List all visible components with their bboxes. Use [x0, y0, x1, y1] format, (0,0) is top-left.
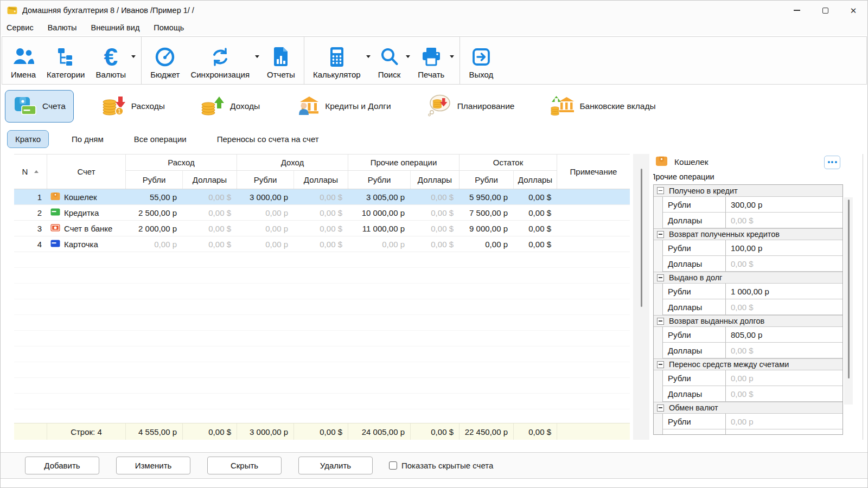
- column-account[interactable]: Счет: [47, 155, 125, 189]
- table-totals-row: Строк: 4 4 555,00 р 0,00 $ 3 000,00 р 0,…: [14, 423, 630, 440]
- column-rub[interactable]: Рубли: [125, 171, 182, 189]
- reports-button[interactable]: Отчеты: [261, 40, 301, 81]
- usd-value[interactable]: 0,00 $: [726, 213, 843, 228]
- maximize-icon: [822, 8, 828, 14]
- usd-value[interactable]: 0,00 $: [726, 256, 843, 272]
- minimize-button[interactable]: [783, 1, 811, 20]
- budget-button[interactable]: Бюджет: [145, 40, 185, 81]
- collapse-icon[interactable]: [657, 274, 664, 281]
- rub-value[interactable]: 0,00 р: [726, 414, 843, 429]
- rub-label: Рубли: [663, 284, 726, 299]
- usd-value[interactable]: 0,00 $: [726, 429, 843, 435]
- group-currency-exchange[interactable]: Обмен валют: [654, 402, 843, 414]
- menu-currencies[interactable]: Валюты: [48, 23, 77, 32]
- usd-value[interactable]: 0,00 $: [726, 386, 843, 402]
- print-dropdown-icon[interactable]: [450, 40, 456, 81]
- exit-button[interactable]: Выход: [463, 40, 499, 81]
- column-group-balance[interactable]: Остаток: [459, 155, 557, 171]
- tab-planning[interactable]: Планирование: [419, 90, 522, 123]
- column-usd[interactable]: Доллары: [293, 171, 348, 189]
- column-usd[interactable]: Доллары: [182, 171, 237, 189]
- column-group-expense[interactable]: Расход: [125, 155, 237, 171]
- viewtab-by-days[interactable]: По дням: [64, 131, 111, 147]
- collapse-icon[interactable]: [657, 187, 664, 194]
- usd-label: Доллары: [663, 343, 726, 358]
- hide-button[interactable]: Скрыть: [207, 457, 282, 474]
- title-bar: Домашняя бухгалтерия 8 / Иванов /Пример …: [1, 1, 867, 20]
- viewtab-transfers[interactable]: Переносы со счета на счет: [209, 131, 327, 147]
- accounts-icon: [13, 94, 37, 118]
- group-transfer-between-accounts[interactable]: Перенос средств между счетами: [654, 358, 843, 370]
- calculator-button[interactable]: Калькулятор: [308, 40, 366, 81]
- panel-scrollbar[interactable]: [844, 197, 853, 404]
- table-row[interactable]: 3 Счет в банке 2 000,00 р 0,00 $ 0,00 р …: [14, 221, 630, 236]
- usd-label: Доллары: [663, 213, 726, 228]
- group-lent-out[interactable]: Выдано в долг: [654, 272, 843, 284]
- viewtab-summary[interactable]: Кратко: [7, 130, 49, 148]
- rub-value[interactable]: 1 000,00 р: [726, 284, 843, 299]
- column-rub[interactable]: Рубли: [459, 171, 513, 189]
- maximize-button[interactable]: [811, 1, 839, 20]
- usd-value[interactable]: 0,00 $: [726, 299, 843, 315]
- column-group-other-operations[interactable]: Прочие операции: [348, 155, 459, 171]
- column-usd[interactable]: Доллары: [410, 171, 459, 189]
- rub-value[interactable]: 300,00 р: [726, 197, 843, 213]
- app-window: { "window": { "title": "Домашняя бухгалт…: [0, 0, 868, 488]
- sync-button[interactable]: Синхронизация: [185, 40, 255, 81]
- rub-value[interactable]: 0,00 р: [726, 370, 843, 386]
- print-button[interactable]: Печать: [412, 40, 450, 81]
- group-debt-returned[interactable]: Возврат выданных долгов: [654, 315, 843, 327]
- column-usd[interactable]: Доллары: [513, 171, 557, 189]
- tab-income[interactable]: Доходы: [193, 91, 267, 122]
- more-options-button[interactable]: [824, 156, 840, 169]
- toolbar-group-exit: Выход: [459, 37, 502, 84]
- column-rub[interactable]: Рубли: [237, 171, 293, 189]
- close-button[interactable]: ✕: [839, 1, 867, 20]
- column-n[interactable]: N: [14, 155, 47, 189]
- collapse-icon[interactable]: [657, 404, 664, 412]
- tab-credits-debts[interactable]: Кредиты и Долги: [288, 91, 398, 122]
- add-button[interactable]: Добавить: [25, 457, 99, 474]
- currencies-dropdown-icon[interactable]: [131, 40, 138, 81]
- planning-icon: [427, 94, 452, 119]
- categories-button[interactable]: Категории: [41, 40, 90, 81]
- column-rub[interactable]: Рубли: [348, 171, 410, 189]
- edit-button[interactable]: Изменить: [116, 457, 190, 474]
- menu-service[interactable]: Сервис: [7, 23, 34, 32]
- rub-value[interactable]: 805,00 р: [726, 327, 843, 343]
- usd-value[interactable]: 0,00 $: [726, 343, 843, 358]
- tab-accounts[interactable]: Счета: [5, 90, 74, 123]
- delete-button[interactable]: Удалить: [298, 457, 373, 474]
- table-row[interactable]: 1 Кошелек 55,00 р 0,00 $ 3 000,00 р 0,00…: [14, 189, 630, 205]
- rub-value[interactable]: 100,00 р: [726, 240, 843, 256]
- menu-help[interactable]: Помощь: [154, 23, 184, 32]
- table-scrollbar-thumb[interactable]: [641, 169, 642, 307]
- viewtab-all-operations[interactable]: Все операции: [126, 131, 194, 147]
- menu-appearance[interactable]: Внешний вид: [91, 23, 139, 32]
- table-row[interactable]: 4 Карточка 0,00 р 0,00 $ 0,00 р 0,00 $ 0…: [14, 236, 630, 252]
- calculator-dropdown-icon[interactable]: [366, 40, 373, 81]
- column-group-income[interactable]: Доход: [237, 155, 348, 171]
- banknote-icon: [50, 224, 60, 233]
- sync-dropdown-icon[interactable]: [255, 40, 261, 81]
- collapse-icon[interactable]: [657, 231, 664, 238]
- panel-scrollbar-thumb[interactable]: [848, 200, 850, 378]
- search-button[interactable]: Поиск: [373, 40, 406, 81]
- currencies-button[interactable]: € Валюты: [90, 40, 131, 81]
- group-credit-repayment[interactable]: Возврат полученных кредитов: [654, 228, 843, 240]
- toolbar-group-tools: Бюджет Синхронизация Отчеты: [141, 37, 304, 84]
- column-note[interactable]: Примечание: [557, 155, 630, 189]
- table-row[interactable]: 2 Кредитка 2 500,00 р 0,00 $ 0,00 р 0,00…: [14, 205, 630, 221]
- tab-bank-deposits[interactable]: Банковские вклады: [542, 91, 663, 122]
- income-icon: [201, 94, 225, 118]
- table-scrollbar[interactable]: [633, 154, 649, 440]
- report-icon: [271, 46, 291, 68]
- collapse-icon[interactable]: [657, 361, 664, 368]
- tab-expenses[interactable]: 1 Расходы: [94, 91, 173, 122]
- collapse-icon[interactable]: [657, 318, 664, 325]
- group-received-credit[interactable]: Получено в кредит: [654, 185, 843, 197]
- names-button[interactable]: Имена: [5, 40, 41, 81]
- search-dropdown-icon[interactable]: [406, 40, 412, 81]
- show-hidden-accounts-checkbox[interactable]: [389, 461, 397, 470]
- view-tabs: Кратко По дням Все операции Переносы со …: [7, 127, 327, 150]
